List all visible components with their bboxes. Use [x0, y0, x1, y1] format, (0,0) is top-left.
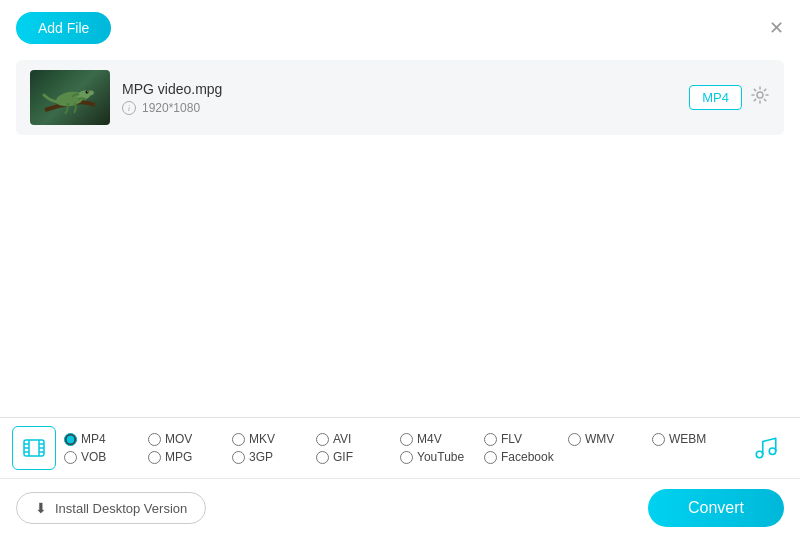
format-label-m4v: M4V	[417, 432, 442, 446]
close-button[interactable]: ✕	[769, 19, 784, 37]
format-option-mpg[interactable]: MPG	[148, 450, 232, 464]
content-area	[0, 143, 800, 383]
add-file-button[interactable]: Add File	[16, 12, 111, 44]
format-option-flv[interactable]: FLV	[484, 432, 568, 446]
format-label-wmv: WMV	[585, 432, 614, 446]
install-label: Install Desktop Version	[55, 501, 187, 516]
svg-point-4	[87, 91, 88, 92]
settings-button[interactable]	[750, 85, 770, 110]
format-label-3gp: 3GP	[249, 450, 273, 464]
top-bar: Add File ✕	[0, 0, 800, 52]
format-radio-facebook[interactable]	[484, 451, 497, 464]
format-radio-3gp[interactable]	[232, 451, 245, 464]
format-bar: MP4 MOV MKV AVI M4V FLV	[0, 417, 800, 478]
format-radio-m4v[interactable]	[400, 433, 413, 446]
action-bar: ⬇ Install Desktop Version Convert	[0, 478, 800, 537]
file-list: MPG video.mpg i 1920*1080 MP4	[0, 52, 800, 143]
convert-button[interactable]: Convert	[648, 489, 784, 527]
music-icon	[753, 435, 779, 461]
format-option-wmv[interactable]: WMV	[568, 432, 652, 446]
format-label-gif: GIF	[333, 450, 353, 464]
format-label-mkv: MKV	[249, 432, 275, 446]
file-resolution: 1920*1080	[142, 101, 200, 115]
install-desktop-button[interactable]: ⬇ Install Desktop Version	[16, 492, 206, 524]
info-icon: i	[122, 101, 136, 115]
format-label-webm: WEBM	[669, 432, 706, 446]
format-option-youtube[interactable]: YouTube	[400, 450, 484, 464]
format-option-avi[interactable]: AVI	[316, 432, 400, 446]
format-label-youtube: YouTube	[417, 450, 464, 464]
format-label-mpg: MPG	[165, 450, 192, 464]
format-option-facebook[interactable]: Facebook	[484, 450, 568, 464]
file-name: MPG video.mpg	[122, 81, 677, 97]
gear-icon	[750, 85, 770, 105]
format-option-3gp[interactable]: 3GP	[232, 450, 316, 464]
format-label-mov: MOV	[165, 432, 192, 446]
audio-format-icon	[744, 426, 788, 470]
download-icon: ⬇	[35, 500, 47, 516]
video-format-icon	[12, 426, 56, 470]
file-actions: MP4	[689, 85, 770, 110]
svg-point-16	[769, 448, 776, 455]
format-option-vob[interactable]: VOB	[64, 450, 148, 464]
svg-point-5	[757, 92, 763, 98]
format-label-flv: FLV	[501, 432, 522, 446]
format-radio-webm[interactable]	[652, 433, 665, 446]
file-info: MPG video.mpg i 1920*1080	[122, 81, 677, 115]
format-label-facebook: Facebook	[501, 450, 554, 464]
format-option-mp4[interactable]: MP4	[64, 432, 148, 446]
format-radio-wmv[interactable]	[568, 433, 581, 446]
format-radio-youtube[interactable]	[400, 451, 413, 464]
format-radio-mp4[interactable]	[64, 433, 77, 446]
format-badge[interactable]: MP4	[689, 85, 742, 110]
format-label-avi: AVI	[333, 432, 351, 446]
format-radio-flv[interactable]	[484, 433, 497, 446]
lizard-icon	[40, 75, 100, 120]
bottom-bar: MP4 MOV MKV AVI M4V FLV	[0, 417, 800, 537]
format-label-vob: VOB	[81, 450, 106, 464]
formats-grid: MP4 MOV MKV AVI M4V FLV	[64, 428, 736, 468]
format-radio-avi[interactable]	[316, 433, 329, 446]
thumbnail-image	[30, 70, 110, 125]
format-label-mp4: MP4	[81, 432, 106, 446]
film-icon	[22, 436, 46, 460]
format-radio-vob[interactable]	[64, 451, 77, 464]
file-meta: i 1920*1080	[122, 101, 677, 115]
format-option-gif[interactable]: GIF	[316, 450, 400, 464]
format-option-webm[interactable]: WEBM	[652, 432, 736, 446]
format-radio-mov[interactable]	[148, 433, 161, 446]
format-radio-mpg[interactable]	[148, 451, 161, 464]
format-radio-mkv[interactable]	[232, 433, 245, 446]
format-radio-gif[interactable]	[316, 451, 329, 464]
format-option-mkv[interactable]: MKV	[232, 432, 316, 446]
svg-point-15	[756, 451, 763, 458]
file-thumbnail	[30, 70, 110, 125]
format-option-mov[interactable]: MOV	[148, 432, 232, 446]
format-option-m4v[interactable]: M4V	[400, 432, 484, 446]
file-item: MPG video.mpg i 1920*1080 MP4	[16, 60, 784, 135]
